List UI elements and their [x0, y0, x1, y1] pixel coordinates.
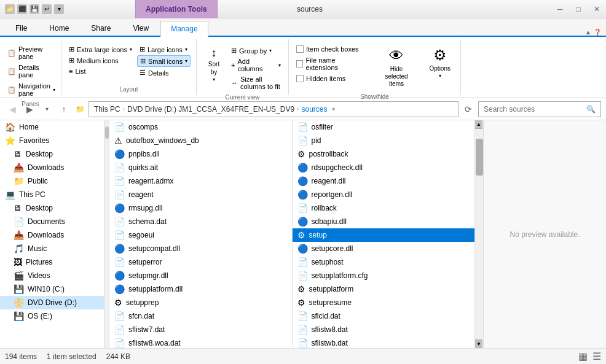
- list-item[interactable]: 🔵setupcompat.dll: [109, 242, 292, 255]
- dropdown-nav-button[interactable]: ▾: [39, 102, 54, 117]
- list-item[interactable]: ⚠outofbox_windows_db: [109, 134, 292, 147]
- undo-icon[interactable]: ↩: [42, 4, 52, 14]
- list-item[interactable]: 📄reagent.admx: [109, 174, 292, 188]
- list-item[interactable]: 📄sfcn.dat: [109, 309, 292, 323]
- sidebar-scrollbar[interactable]: [104, 120, 109, 348]
- scroll-down-button[interactable]: ▼: [475, 339, 482, 348]
- list-item[interactable]: ⚙setupresume: [293, 296, 475, 309]
- path-dvd-drive[interactable]: DVD Drive (D:) JM1_CCSA_X64FRE_EN-US_DV9: [127, 105, 294, 114]
- list-item[interactable]: 📄reagent: [109, 188, 292, 201]
- list-item[interactable]: ⚙setupprep: [109, 296, 292, 309]
- file-name-extensions-checkbox[interactable]: File name extensions: [294, 55, 369, 72]
- grid-view-button[interactable]: ▦: [578, 350, 588, 362]
- list-item[interactable]: 📄setuperror: [109, 255, 292, 269]
- list-item[interactable]: 🔵setupcore.dll: [293, 242, 475, 255]
- hide-selected-button[interactable]: 👁 Hide selected items: [374, 44, 420, 91]
- list-item[interactable]: 🔵reagent.dll: [293, 174, 475, 188]
- list-item[interactable]: 🔵setupmgr.dll: [109, 269, 292, 282]
- list-item[interactable]: 🔵sdbapiu.dll: [293, 215, 475, 228]
- medium-icons-button[interactable]: ⊞ Medium icons: [66, 55, 135, 66]
- list-item[interactable]: 📄sflistw8.woa.dat: [109, 336, 292, 348]
- close-button[interactable]: ✕: [588, 0, 606, 18]
- sidebar-item-os-e[interactable]: 💾 OS (E:): [0, 309, 104, 323]
- list-item[interactable]: ⚙setupplatform: [293, 282, 475, 296]
- scroll-thumb[interactable]: [476, 139, 483, 176]
- path-sources[interactable]: sources: [301, 105, 327, 114]
- search-box[interactable]: 🔍: [478, 101, 601, 117]
- sidebar-item-public[interactable]: 📁 Public: [0, 174, 104, 188]
- list-item[interactable]: 📄quirks.ait: [109, 161, 292, 174]
- dropdown-icon[interactable]: ▾: [54, 4, 64, 14]
- forward-button[interactable]: ▶: [22, 102, 37, 117]
- sidebar-item-music[interactable]: 🎵 Music: [0, 242, 104, 255]
- minimize-button[interactable]: ─: [551, 0, 569, 18]
- large-icons-button[interactable]: ⊞ Large icons ▾: [137, 44, 191, 55]
- path-this-pc[interactable]: This PC: [94, 105, 120, 114]
- list-item[interactable]: ⚙postrollback: [293, 147, 475, 161]
- list-item[interactable]: 🔵rmsupg.dll: [109, 201, 292, 215]
- small-icons-button[interactable]: ⊞ Small icons ▾: [137, 55, 191, 67]
- details-button[interactable]: ☰ Details: [137, 68, 191, 78]
- maximize-button[interactable]: □: [569, 0, 588, 18]
- list-item[interactable]: 📄schema.dat: [109, 215, 292, 228]
- preview-pane-button[interactable]: 📋 Preview pane: [5, 44, 58, 61]
- list-item[interactable]: 📄pid: [293, 134, 475, 147]
- sidebar-item-downloads2[interactable]: 📥 Downloads: [0, 228, 104, 242]
- sidebar-item-pictures[interactable]: 🖼 Pictures: [0, 255, 104, 269]
- sidebar-item-win10[interactable]: 💾 WIN10 (C:): [0, 282, 104, 296]
- list-item[interactable]: 📄rollback: [293, 201, 475, 215]
- details-pane-button[interactable]: 📋 Details pane: [5, 63, 58, 80]
- add-columns-button[interactable]: + Add columns ▾: [229, 56, 283, 74]
- search-input[interactable]: [484, 105, 584, 114]
- sidebar-item-desktop[interactable]: 🖥 Desktop: [0, 147, 104, 161]
- item-checkboxes-checkbox[interactable]: Item check boxes: [294, 44, 369, 54]
- list-item[interactable]: 📄sflcid.dat: [293, 309, 475, 323]
- list-item[interactable]: 📄sflistwb.dat: [293, 336, 475, 348]
- sidebar-item-home[interactable]: 🏠 Home: [0, 120, 104, 134]
- list-item[interactable]: 🔵rdsupgcheck.dll: [293, 161, 475, 174]
- list-item[interactable]: 📄setuphost: [293, 255, 475, 269]
- list-view-button[interactable]: ☰: [592, 350, 601, 362]
- address-path[interactable]: This PC › DVD Drive (D:) JM1_CCSA_X64FRE…: [89, 101, 458, 117]
- list-item[interactable]: 📄sflistw7.dat: [109, 323, 292, 336]
- sidebar-item-dvd[interactable]: 📀 DVD Drive (D:): [0, 296, 104, 309]
- save-icon[interactable]: 💾: [30, 4, 39, 14]
- list-item[interactable]: 📄setupplatform.cfg: [293, 269, 475, 282]
- list-item[interactable]: 📄osfilter: [293, 120, 475, 134]
- group-by-button[interactable]: ⊞ Group by ▾: [229, 45, 283, 56]
- list-item[interactable]: 🔵setupplatform.dll: [109, 282, 292, 296]
- list-button[interactable]: ≡ List: [66, 66, 135, 76]
- path-dropdown[interactable]: ▾: [332, 106, 335, 112]
- extra-large-icons-button[interactable]: ⊞ Extra large icons ▾: [66, 44, 135, 55]
- sidebar-item-favorites[interactable]: ⭐ Favorites: [0, 134, 104, 147]
- tab-manage[interactable]: Manage: [160, 21, 208, 37]
- ribbon-help-button[interactable]: ❓: [594, 29, 601, 36]
- nav-pane-button[interactable]: 📋 Navigation pane ▾: [5, 81, 58, 98]
- refresh-button[interactable]: ⟳: [461, 102, 476, 117]
- hidden-items-checkbox[interactable]: Hidden items: [294, 74, 369, 83]
- tab-home[interactable]: Home: [39, 20, 79, 36]
- ribbon-collapse-button[interactable]: ▲: [585, 29, 591, 36]
- sort-by-button[interactable]: ↕ Sort by ▾: [202, 44, 226, 85]
- tab-file[interactable]: File: [5, 20, 37, 36]
- sidebar-item-documents[interactable]: 📄 Documents: [0, 215, 104, 228]
- sidebar-item-desktop2[interactable]: 🖥 Desktop: [0, 201, 104, 215]
- size-columns-button[interactable]: ↔ Size all columns to fit: [229, 74, 283, 91]
- list-item[interactable]: 📄segoeui: [109, 228, 292, 242]
- quick-access-icon[interactable]: ⬛: [17, 4, 27, 14]
- list-item[interactable]: ⚙setup: [293, 228, 475, 242]
- sidebar-item-this-pc[interactable]: 💻 This PC: [0, 188, 104, 201]
- list-item[interactable]: 🔵pnpibs.dll: [109, 147, 292, 161]
- file-list-scrollbar[interactable]: ▲ ▼: [474, 120, 483, 348]
- tab-share[interactable]: Share: [81, 20, 121, 36]
- tab-view[interactable]: View: [122, 20, 159, 36]
- up-button[interactable]: ↑: [57, 102, 71, 117]
- sidebar-item-videos[interactable]: 🎬 Videos: [0, 269, 104, 282]
- sidebar-item-downloads[interactable]: 📥 Downloads: [0, 161, 104, 174]
- list-item[interactable]: 📄oscomps: [109, 120, 292, 134]
- list-item[interactable]: 📄sflistw8.dat: [293, 323, 475, 336]
- back-button[interactable]: ◀: [5, 102, 20, 117]
- scroll-up-button[interactable]: ▲: [475, 120, 482, 129]
- list-item[interactable]: 🔵reportgen.dll: [293, 188, 475, 201]
- options-button[interactable]: ⚙ Options ▾: [425, 44, 455, 81]
